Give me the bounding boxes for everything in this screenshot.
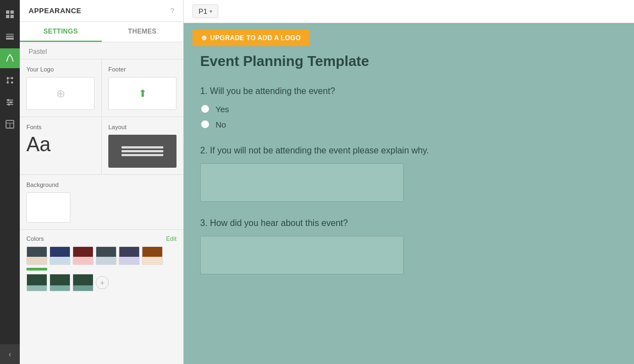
swatch-top-2 [73,247,93,257]
colors-section: Colors Edit [20,230,183,297]
theme-name-label: Pastel [20,42,183,59]
swatch-sm-bottom-0 [27,285,47,291]
main-area: P1 ▾ ⊕ UPGRADE TO ADD A LOGO Event Plann… [184,0,634,364]
svg-point-19 [8,103,10,106]
icon-sliders[interactable] [0,92,20,112]
question-3-label: How did you hear about this event? [210,218,348,228]
help-icon[interactable]: ? [170,7,174,15]
question-1-label: Will you be attending the event? [210,86,335,96]
colors-label: Colors [26,235,44,242]
icon-grid[interactable] [0,4,20,24]
form-preview: ⊕ UPGRADE TO ADD A LOGO Event Planning T… [184,23,634,364]
svg-rect-3 [10,15,14,18]
form-title: Event Planning Template [195,53,558,70]
your-logo-label: Your Logo [26,66,54,73]
radio-label-no: No [216,120,226,129]
sidebar-title: APPEARANCE [29,7,81,15]
layout-preview-button[interactable] [108,135,177,168]
icon-appearance[interactable] [0,48,20,68]
footer-cell: Footer ⬆ [102,59,183,117]
sidebar-content: Pastel Your Logo ⊕ Footer ⬆ Fonts Aa [20,42,183,364]
fonts-layout-grid: Fonts Aa Layout [20,117,183,175]
swatch-top-0 [27,247,47,257]
colors-header: Colors Edit [26,235,177,242]
font-preview[interactable]: Aa [26,135,95,155]
icon-layers[interactable] [0,26,20,46]
tab-themes[interactable]: THEMES [102,22,184,42]
question-2-textarea[interactable] [200,163,404,202]
footer-label: Footer [108,66,126,73]
tab-settings[interactable]: SETTINGS [20,22,102,42]
radio-label-yes: Yes [216,104,229,114]
layout-line-1 [122,146,163,148]
page-selector-value: P1 [199,7,207,15]
swatch-top-3 [96,247,116,257]
form-content: Event Planning Template 1. Will you be a… [184,53,569,313]
swatch-top-4 [119,247,139,257]
layout-label: Layout [108,124,177,130]
footer-upload-icon: ⬆ [139,87,147,100]
icon-bar: ‹ [0,0,20,364]
color-swatches-row-1 [26,246,177,265]
svg-point-7 [9,54,11,56]
swatch-sm-top-1 [50,274,70,285]
top-bar: P1 ▾ [184,0,634,23]
upgrade-plus-icon: ⊕ [201,34,207,42]
colors-edit-link[interactable]: Edit [166,235,177,242]
color-swatch-2[interactable] [73,246,93,265]
swatch-top-1 [50,247,70,257]
question-1: 1. Will you be attending the event? Yes … [195,86,558,129]
swatch-bottom-1 [50,257,70,264]
question-2-label: If you will not be attending the event p… [210,146,429,155]
color-swatch-1[interactable] [49,246,70,265]
logo-upload-button[interactable]: ⊕ [26,77,95,110]
fonts-cell: Fonts Aa [20,117,101,174]
svg-point-11 [11,81,13,84]
svg-point-17 [7,99,9,101]
radio-no[interactable]: No [200,119,552,129]
question-2-number: 2. [200,146,207,155]
color-swatch-3[interactable] [96,246,117,265]
page-selector-arrow-icon: ▾ [210,8,212,14]
upgrade-banner[interactable]: ⊕ UPGRADE TO ADD A LOGO [192,30,310,46]
question-1-number: 1. [200,86,207,96]
svg-rect-5 [6,36,14,37]
question-2-text: 2. If you will not be attending the even… [200,146,552,156]
layout-line-2 [122,150,163,152]
icon-table[interactable] [0,114,20,134]
radio-circle-yes [200,104,210,114]
swatch-sm-bottom-1 [50,285,70,291]
layout-line-3 [122,154,163,156]
color-swatch-sm-2[interactable] [73,274,93,291]
color-swatch-0[interactable] [26,246,47,265]
swatch-sm-top-0 [27,274,47,285]
color-swatch-5[interactable] [142,246,163,265]
question-3-textarea[interactable] [200,236,404,274]
sidebar-header: APPEARANCE ? [20,0,183,22]
page-selector[interactable]: P1 ▾ [192,4,218,18]
add-logo-icon: ⊕ [56,87,65,100]
active-swatch-indicator [26,268,47,271]
svg-rect-2 [6,15,9,18]
swatch-sm-top-2 [73,274,93,285]
question-3-number: 3. [200,218,207,228]
color-swatch-sm-0[interactable] [26,274,47,291]
upgrade-banner-text: UPGRADE TO ADD A LOGO [210,34,301,42]
icon-nodes[interactable] [0,70,20,90]
swatch-bottom-3 [96,257,116,264]
collapse-button[interactable]: ‹ [0,344,20,364]
svg-rect-4 [6,34,14,35]
swatch-bottom-2 [73,257,93,264]
question-2: 2. If you will not be attending the even… [195,146,558,202]
your-logo-cell: Your Logo ⊕ [20,59,101,117]
background-label: Background [26,181,177,188]
swatch-bottom-5 [142,257,162,264]
footer-upload-button[interactable]: ⬆ [108,77,177,110]
fonts-label: Fonts [26,124,95,130]
radio-yes[interactable]: Yes [200,104,552,114]
color-swatch-4[interactable] [119,246,140,265]
question-1-text: 1. Will you be attending the event? [200,86,552,96]
background-color-picker[interactable] [26,192,70,223]
add-color-swatch-button[interactable]: + [96,276,109,289]
color-swatch-sm-1[interactable] [49,274,70,291]
